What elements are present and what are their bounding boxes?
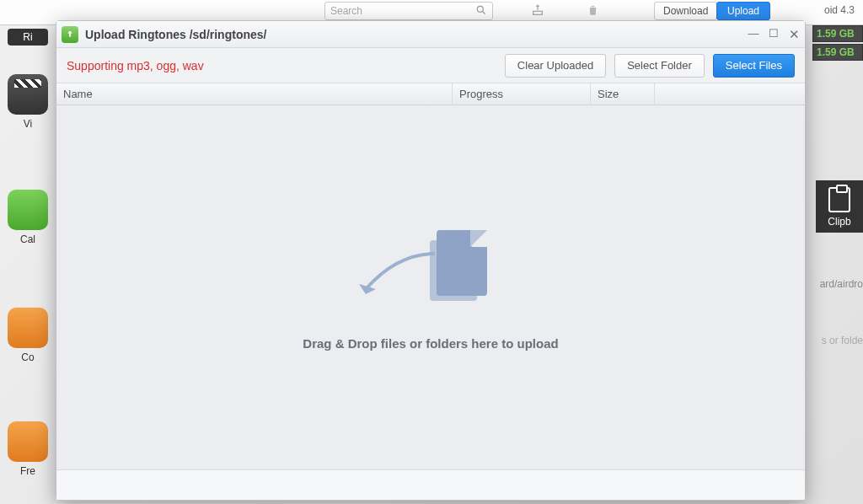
sidebar-label-contacts: Co	[0, 351, 56, 363]
sidebar-label-ringtones: Ri	[8, 29, 48, 46]
sidebar-item-free[interactable]: Fre	[0, 421, 56, 477]
search-input[interactable]: Search	[324, 2, 493, 20]
trash-icon[interactable]	[587, 3, 599, 20]
share-icon[interactable]	[531, 3, 544, 20]
desktop-background: Search Download Upload oid 4.3 1.59 GB 1…	[0, 0, 863, 504]
clear-uploaded-button[interactable]: Clear Uploaded	[505, 54, 606, 78]
storage-badge-1: 1.59 GB	[812, 25, 863, 42]
sidebar-label-call: Cal	[0, 233, 56, 245]
os-label: oid 4.3	[824, 4, 855, 16]
maximize-button[interactable]: ☐	[768, 27, 780, 42]
window-controls: — ☐ ✕	[748, 27, 800, 42]
clipboard-label: Clipb	[816, 216, 863, 228]
svg-point-0	[477, 6, 483, 12]
column-progress[interactable]: Progress	[453, 83, 591, 105]
search-icon	[475, 4, 487, 19]
sidebar-item-videos[interactable]: Vi	[0, 74, 56, 130]
contacts-icon	[8, 308, 48, 348]
drop-zone-text: Drag & Drop files or folders here to upl…	[303, 336, 558, 351]
videos-icon	[8, 74, 48, 115]
select-files-button[interactable]: Select Files	[713, 54, 795, 78]
supported-formats-text: Supporting mp3, ogg, wav	[67, 59, 204, 72]
file-front-icon	[437, 230, 487, 296]
hint-fragment: s or folde	[822, 335, 863, 346]
free-icon	[8, 421, 48, 462]
storage-badge-2: 1.59 GB	[812, 44, 863, 61]
sidebar-label-free: Fre	[0, 465, 56, 477]
sidebar-item-call[interactable]: Cal	[0, 190, 56, 245]
search-placeholder: Search	[330, 5, 475, 17]
upload-table-header: Name Progress Size	[56, 83, 805, 105]
sidebar-label-videos: Vi	[0, 118, 56, 130]
dialog-bottombar	[56, 469, 805, 500]
column-spacer	[655, 83, 805, 105]
sidebar-item-contacts[interactable]: Co	[0, 308, 56, 363]
upload-button[interactable]: Upload	[716, 2, 770, 20]
close-button[interactable]: ✕	[788, 27, 800, 42]
dialog-titlebar[interactable]: Upload Ringtones /sd/ringtones/ — ☐ ✕	[56, 21, 805, 48]
minimize-button[interactable]: —	[748, 27, 759, 42]
clipboard-icon	[828, 187, 850, 212]
desktop-sidebar: Ri Vi Cal Co Fre	[0, 0, 56, 504]
drop-arrow-icon	[351, 245, 443, 304]
drop-zone[interactable]: Drag & Drop files or folders here to upl…	[56, 105, 805, 469]
column-name[interactable]: Name	[56, 83, 453, 105]
storage-badges: 1.59 GB 1.59 GB	[812, 25, 863, 62]
clipboard-widget[interactable]: Clipb	[816, 180, 863, 233]
drop-illustration	[359, 225, 502, 318]
download-button[interactable]: Download	[654, 2, 717, 20]
sidebar-item-ringtones[interactable]: Ri	[0, 29, 56, 46]
upload-app-icon	[62, 26, 78, 43]
column-size[interactable]: Size	[591, 83, 655, 105]
svg-line-1	[483, 11, 485, 13]
select-folder-button[interactable]: Select Folder	[614, 54, 705, 78]
call-icon	[8, 190, 48, 230]
upload-dialog: Upload Ringtones /sd/ringtones/ — ☐ ✕ Su…	[56, 20, 806, 501]
dialog-title: Upload Ringtones /sd/ringtones/	[85, 28, 266, 41]
dialog-actionbar: Supporting mp3, ogg, wav Clear Uploaded …	[56, 48, 805, 83]
path-fragment: ard/airdro	[820, 278, 863, 290]
